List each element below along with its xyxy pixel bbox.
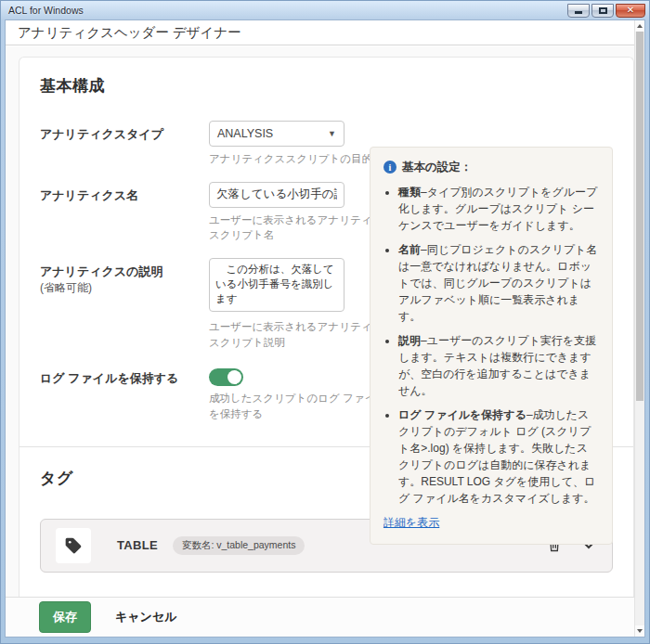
window-controls: ✕ xyxy=(567,4,645,18)
window-title: ACL for Windows xyxy=(8,5,84,16)
dialog-footer: 保存 キャンセル xyxy=(6,597,644,637)
scroll-up-button[interactable] xyxy=(635,20,644,32)
type-label: アナリティクスタイプ xyxy=(40,121,209,167)
tag-name: TABLE xyxy=(117,538,158,552)
keep-log-helper-text: 成功したスクリプトのログ ファイルを保持する xyxy=(209,391,395,421)
name-label: アナリティクス名 xyxy=(40,182,209,243)
description-helper-text: ユーザーに表示されるアナリティクススクリプト説明 xyxy=(209,319,395,350)
window-titlebar[interactable]: ACL for Windows ✕ xyxy=(1,1,649,19)
arrow-down-icon xyxy=(637,629,643,633)
dialog-title: アナリティクスヘッダー デザイナー xyxy=(6,20,644,45)
vertical-scrollbar[interactable] xyxy=(634,20,644,637)
analytic-description-textarea[interactable]: この分析は、欠落している小切手番号を識別します xyxy=(209,258,344,312)
minimize-icon xyxy=(575,11,582,14)
cancel-button[interactable]: キャンセル xyxy=(115,609,177,625)
keep-log-label: ログ ファイルを保持する xyxy=(40,365,209,421)
keep-log-toggle[interactable] xyxy=(209,368,243,386)
tag-icon xyxy=(64,536,83,555)
info-panel-heading: 基本の設定： xyxy=(402,159,472,176)
close-icon: ✕ xyxy=(627,6,634,15)
scrollbar-thumb[interactable] xyxy=(636,32,644,401)
close-button[interactable]: ✕ xyxy=(616,4,645,18)
arrow-up-icon xyxy=(637,24,643,28)
minimize-button[interactable] xyxy=(567,4,590,18)
dialog: アナリティクスヘッダー デザイナー 基本構成 アナリティクスタイプ ANALYS… xyxy=(5,19,645,638)
description-optional-label: (省略可能) xyxy=(40,280,209,295)
info-panel: i 基本の設定： 種類–タイプ別のスクリプトをグループ化します。グループはスクリ… xyxy=(370,147,613,545)
maximize-button[interactable] xyxy=(592,4,614,18)
scroll-down-button[interactable] xyxy=(635,625,644,637)
description-label: アナリティクスの説明 (省略可能) xyxy=(40,258,209,350)
info-icon: i xyxy=(384,161,396,174)
app-window: ACL for Windows ✕ アナリティクスヘッダー デザイナー 基本構成… xyxy=(0,0,650,644)
tag-variable-badge: 変数名: v_table_payments xyxy=(173,536,306,555)
section-basic-heading: 基本構成 xyxy=(40,75,613,97)
analytic-name-input[interactable] xyxy=(209,182,344,208)
chevron-down-icon: ▼ xyxy=(328,129,336,138)
show-details-link[interactable]: 詳細を表示 xyxy=(384,516,439,529)
info-bullet: 種類–タイプ別のスクリプトをグループ化します。グループはスクリプト シーケンスで… xyxy=(398,184,599,234)
info-bullet: 名前–同じプロジェクトのスクリプト名は一意でなければなりません。ロボットでは、同… xyxy=(398,241,599,325)
analytic-type-select[interactable]: ANALYSIS ▼ xyxy=(209,121,344,147)
content-area: 基本構成 アナリティクスタイプ ANALYSIS ▼ アナリティクススクリプトの… xyxy=(6,46,634,597)
name-helper-text: ユーザーに表示されるアナリティクススクリプト名 xyxy=(209,213,395,243)
maximize-icon xyxy=(599,7,607,14)
info-bullet: ログ ファイルを保持する–成功したスクリプトのデフォルト ログ (スクリプト名>… xyxy=(398,406,599,507)
info-bullet: 説明–ユーザーのスクリプト実行を支援します。テキストは複数行にできますが、空白の… xyxy=(398,332,599,399)
toggle-knob xyxy=(228,370,241,384)
content-card: 基本構成 アナリティクスタイプ ANALYSIS ▼ アナリティクススクリプトの… xyxy=(19,57,634,597)
analytic-type-value: ANALYSIS xyxy=(217,127,273,140)
tag-icon-box xyxy=(56,528,91,563)
save-button[interactable]: 保存 xyxy=(39,601,91,633)
info-bullet-list: 種類–タイプ別のスクリプトをグループ化します。グループはスクリプト シーケンスで… xyxy=(398,184,599,507)
type-helper-text: アナリティクススクリプトの目的 xyxy=(209,151,395,167)
